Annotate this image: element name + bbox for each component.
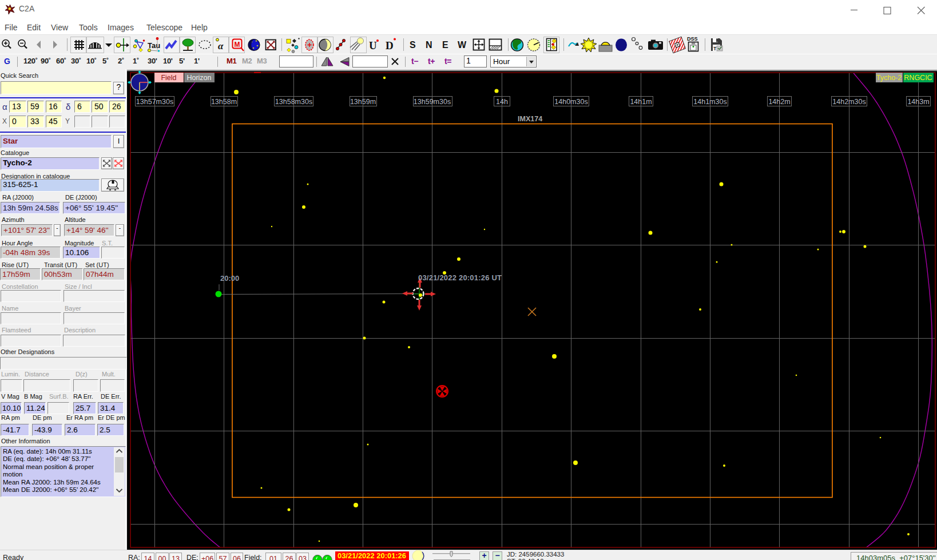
svg-text:13h57m30s: 13h57m30s: [136, 98, 173, 106]
svg-text:14h1m30s: 14h1m30s: [693, 98, 726, 106]
svg-text:13h59m: 13h59m: [350, 98, 376, 106]
svg-text:RNGCIC: RNGCIC: [904, 74, 932, 82]
svg-text:14h2m30s: 14h2m30s: [832, 98, 865, 106]
svg-text:E: E: [442, 40, 448, 50]
svg-text:S: S: [410, 40, 416, 50]
svg-text:13h58m30s: 13h58m30s: [275, 98, 312, 106]
svg-text:13h59m30s: 13h59m30s: [414, 98, 451, 106]
svg-text:14h1m: 14h1m: [630, 98, 652, 106]
svg-text:IMX174: IMX174: [518, 115, 542, 123]
svg-text:Field: Field: [161, 74, 176, 82]
svg-text:14h: 14h: [496, 98, 508, 106]
svg-text:W: W: [458, 40, 467, 50]
svg-text:14h0m30s: 14h0m30s: [554, 98, 587, 106]
svg-text:14h3m: 14h3m: [907, 98, 929, 106]
svg-text:Tycho-2: Tycho-2: [876, 74, 902, 82]
svg-text:T: T: [713, 46, 717, 51]
svg-text:M: M: [235, 41, 240, 49]
svg-text:20:00: 20:00: [220, 274, 239, 283]
svg-text:DSS: DSS: [687, 36, 698, 42]
svg-text:N: N: [426, 40, 432, 50]
svg-text:Tau: Tau: [148, 41, 160, 50]
svg-text:Horizon: Horizon: [186, 74, 211, 82]
svg-text:03/21/2022 20:01:26: 03/21/2022 20:01:26: [338, 552, 406, 560]
svg-text:13h58m: 13h58m: [211, 98, 237, 106]
svg-text:14h2m: 14h2m: [768, 98, 790, 106]
svg-text:D: D: [386, 39, 394, 51]
svg-text:α: α: [218, 41, 224, 51]
svg-text:03/21/2022 20:01:26 UT: 03/21/2022 20:01:26 UT: [418, 273, 502, 282]
svg-text:U: U: [369, 39, 377, 51]
